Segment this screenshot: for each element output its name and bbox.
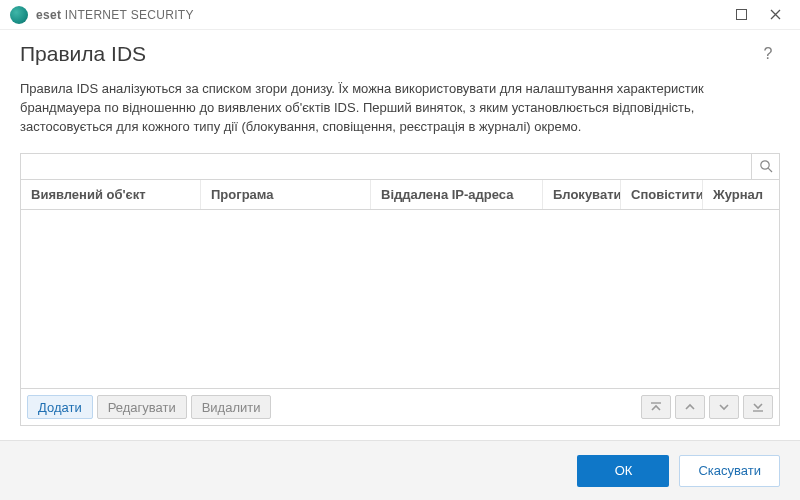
maximize-icon [736, 9, 747, 20]
close-icon [770, 9, 781, 20]
brand-rest: INTERNET SECURITY [61, 8, 194, 22]
page-title: Правила IDS [20, 42, 756, 66]
svg-rect-0 [736, 10, 746, 20]
table-body [21, 210, 779, 388]
col-detected-object[interactable]: Виявлений об'єкт [21, 180, 201, 209]
move-up-button[interactable] [675, 395, 705, 419]
help-button[interactable]: ? [756, 42, 780, 66]
edit-button: Редагувати [97, 395, 187, 419]
move-down-button[interactable] [709, 395, 739, 419]
titlebar: eset INTERNET SECURITY [0, 0, 800, 30]
delete-button: Видалити [191, 395, 272, 419]
brand-strong: eset [36, 8, 61, 22]
footer: ОК Скасувати [0, 440, 800, 500]
close-button[interactable] [758, 1, 792, 29]
col-log[interactable]: Журнал [703, 180, 779, 209]
cancel-button[interactable]: Скасувати [679, 455, 780, 487]
table-header: Виявлений об'єкт Програма Віддалена IP-а… [21, 180, 779, 210]
chevron-top-icon [649, 401, 663, 413]
svg-line-2 [768, 168, 772, 172]
svg-point-1 [760, 161, 768, 169]
search-icon [759, 159, 773, 173]
content: Правила IDS ? Правила IDS аналізуються з… [0, 30, 800, 426]
add-button[interactable]: Додати [27, 395, 93, 419]
search-button[interactable] [751, 154, 779, 179]
search-input[interactable] [21, 154, 751, 179]
description-text: Правила IDS аналізуються за списком згор… [20, 80, 780, 137]
search-row [21, 154, 779, 180]
col-block[interactable]: Блокувати [543, 180, 621, 209]
ok-button[interactable]: ОК [577, 455, 669, 487]
chevron-up-icon [683, 401, 697, 413]
chevron-down-icon [717, 401, 731, 413]
brand-logo-icon [10, 6, 28, 24]
col-notify[interactable]: Сповістити [621, 180, 703, 209]
move-top-button[interactable] [641, 395, 671, 419]
maximize-button[interactable] [724, 1, 758, 29]
col-remote-ip[interactable]: Віддалена IP-адреса [371, 180, 543, 209]
chevron-bottom-icon [751, 401, 765, 413]
move-bottom-button[interactable] [743, 395, 773, 419]
panel-toolbar: Додати Редагувати Видалити [21, 388, 779, 425]
heading-row: Правила IDS ? [20, 42, 780, 66]
brand-text: eset INTERNET SECURITY [36, 8, 194, 22]
rules-panel: Виявлений об'єкт Програма Віддалена IP-а… [20, 153, 780, 426]
col-program[interactable]: Програма [201, 180, 371, 209]
